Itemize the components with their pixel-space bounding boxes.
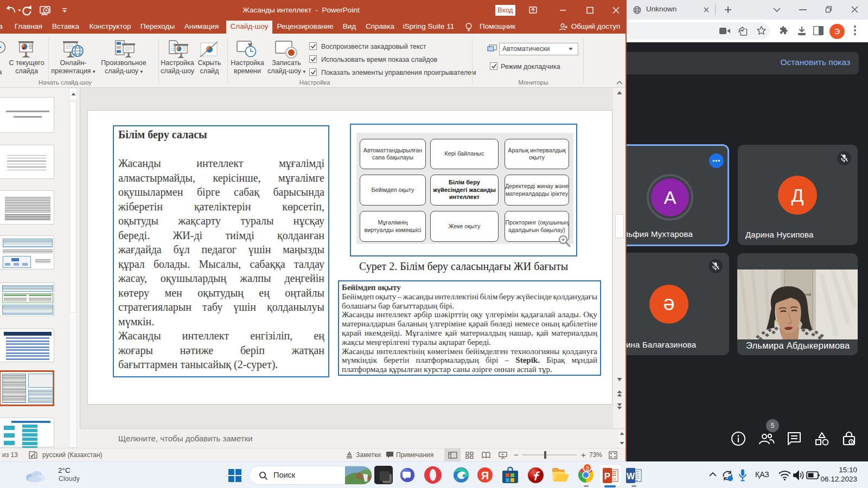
svg-text:Я: Я xyxy=(481,470,489,481)
svg-text:W: W xyxy=(627,472,635,481)
svg-text:P: P xyxy=(604,471,610,481)
